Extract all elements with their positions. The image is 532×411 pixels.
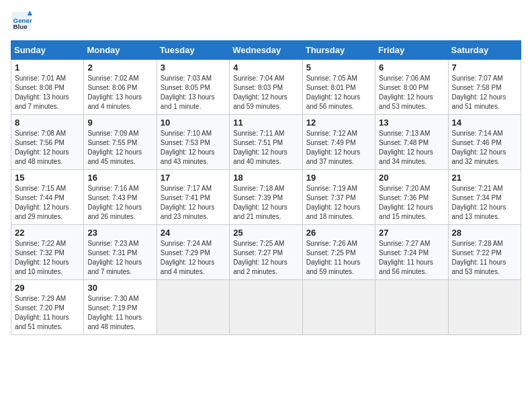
day-info: Sunrise: 7:05 AMSunset: 8:01 PMDaylight:…	[306, 75, 361, 110]
day-info: Sunrise: 7:26 AMSunset: 7:25 PMDaylight:…	[306, 240, 361, 275]
day-info: Sunrise: 7:03 AMSunset: 8:05 PMDaylight:…	[161, 75, 215, 110]
day-info: Sunrise: 7:17 AMSunset: 7:41 PMDaylight:…	[161, 185, 215, 220]
day-number: 21	[452, 173, 517, 183]
day-info: Sunrise: 7:11 AMSunset: 7:51 PMDaylight:…	[233, 130, 287, 165]
day-number: 13	[379, 118, 444, 128]
calendar-cell: 7 Sunrise: 7:07 AMSunset: 7:58 PMDayligh…	[448, 60, 521, 115]
day-info: Sunrise: 7:07 AMSunset: 7:58 PMDaylight:…	[452, 75, 506, 110]
calendar-cell: 23 Sunrise: 7:23 AMSunset: 7:31 PMDaylig…	[84, 225, 157, 280]
week-row-3: 15 Sunrise: 7:15 AMSunset: 7:44 PMDaylig…	[11, 170, 521, 225]
calendar-cell: 30 Sunrise: 7:30 AMSunset: 7:19 PMDaylig…	[84, 280, 157, 335]
calendar-cell: 8 Sunrise: 7:08 AMSunset: 7:56 PMDayligh…	[11, 115, 84, 170]
day-number: 14	[452, 118, 517, 128]
calendar-cell	[157, 280, 229, 335]
calendar-cell: 3 Sunrise: 7:03 AMSunset: 8:05 PMDayligh…	[157, 60, 229, 115]
day-number: 29	[15, 283, 80, 293]
day-info: Sunrise: 7:25 AMSunset: 7:27 PMDaylight:…	[233, 240, 287, 275]
day-number: 25	[233, 228, 298, 238]
calendar-cell: 21 Sunrise: 7:21 AMSunset: 7:34 PMDaylig…	[448, 170, 521, 225]
day-number: 15	[15, 173, 80, 183]
day-info: Sunrise: 7:01 AMSunset: 8:08 PMDaylight:…	[15, 75, 69, 110]
calendar-cell: 22 Sunrise: 7:22 AMSunset: 7:32 PMDaylig…	[11, 225, 84, 280]
day-number: 24	[161, 228, 226, 238]
calendar-cell: 12 Sunrise: 7:12 AMSunset: 7:49 PMDaylig…	[302, 115, 375, 170]
calendar-cell: 1 Sunrise: 7:01 AMSunset: 8:08 PMDayligh…	[11, 60, 84, 115]
day-info: Sunrise: 7:28 AMSunset: 7:22 PMDaylight:…	[452, 240, 506, 275]
calendar-cell	[448, 280, 521, 335]
day-number: 4	[233, 62, 298, 73]
week-row-5: 29 Sunrise: 7:29 AMSunset: 7:20 PMDaylig…	[11, 280, 521, 335]
day-number: 2	[87, 62, 152, 73]
day-info: Sunrise: 7:13 AMSunset: 7:48 PMDaylight:…	[379, 130, 433, 165]
calendar-cell: 25 Sunrise: 7:25 AMSunset: 7:27 PMDaylig…	[230, 225, 302, 280]
day-info: Sunrise: 7:22 AMSunset: 7:32 PMDaylight:…	[15, 240, 69, 275]
col-header-friday: Friday	[375, 41, 448, 60]
day-number: 12	[306, 118, 371, 128]
col-header-wednesday: Wednesday	[230, 41, 302, 60]
day-number: 6	[379, 62, 444, 73]
day-info: Sunrise: 7:15 AMSunset: 7:44 PMDaylight:…	[15, 185, 69, 220]
day-info: Sunrise: 7:20 AMSunset: 7:36 PMDaylight:…	[379, 185, 433, 220]
day-info: Sunrise: 7:06 AMSunset: 8:00 PMDaylight:…	[379, 75, 433, 110]
day-info: Sunrise: 7:08 AMSunset: 7:56 PMDaylight:…	[15, 130, 69, 165]
col-header-monday: Monday	[84, 41, 157, 60]
day-number: 16	[87, 173, 152, 183]
logo: General Blue	[11, 11, 35, 32]
day-number: 26	[306, 228, 371, 238]
day-number: 1	[15, 62, 80, 73]
calendar-cell	[375, 280, 448, 335]
calendar-cell: 29 Sunrise: 7:29 AMSunset: 7:20 PMDaylig…	[11, 280, 84, 335]
calendar-cell: 14 Sunrise: 7:14 AMSunset: 7:46 PMDaylig…	[448, 115, 521, 170]
calendar-cell: 6 Sunrise: 7:06 AMSunset: 8:00 PMDayligh…	[375, 60, 448, 115]
day-number: 9	[87, 118, 152, 128]
day-number: 30	[87, 283, 152, 293]
day-info: Sunrise: 7:14 AMSunset: 7:46 PMDaylight:…	[452, 130, 506, 165]
calendar-cell: 26 Sunrise: 7:26 AMSunset: 7:25 PMDaylig…	[302, 225, 375, 280]
day-number: 22	[15, 228, 80, 238]
day-number: 5	[306, 62, 371, 73]
page-header: General Blue	[11, 11, 521, 32]
calendar-cell: 9 Sunrise: 7:09 AMSunset: 7:55 PMDayligh…	[84, 115, 157, 170]
calendar-cell: 28 Sunrise: 7:28 AMSunset: 7:22 PMDaylig…	[448, 225, 521, 280]
week-row-2: 8 Sunrise: 7:08 AMSunset: 7:56 PMDayligh…	[11, 115, 521, 170]
day-number: 19	[306, 173, 371, 183]
calendar-cell: 16 Sunrise: 7:16 AMSunset: 7:43 PMDaylig…	[84, 170, 157, 225]
day-info: Sunrise: 7:10 AMSunset: 7:53 PMDaylight:…	[161, 130, 215, 165]
day-info: Sunrise: 7:12 AMSunset: 7:49 PMDaylight:…	[306, 130, 361, 165]
day-info: Sunrise: 7:04 AMSunset: 8:03 PMDaylight:…	[233, 75, 287, 110]
day-info: Sunrise: 7:19 AMSunset: 7:37 PMDaylight:…	[306, 185, 361, 220]
calendar-cell: 10 Sunrise: 7:10 AMSunset: 7:53 PMDaylig…	[157, 115, 229, 170]
svg-text:Blue: Blue	[13, 23, 28, 30]
calendar-cell: 20 Sunrise: 7:20 AMSunset: 7:36 PMDaylig…	[375, 170, 448, 225]
day-number: 11	[233, 118, 298, 128]
col-header-thursday: Thursday	[302, 41, 375, 60]
day-number: 20	[379, 173, 444, 183]
day-number: 18	[233, 173, 298, 183]
day-number: 27	[379, 228, 444, 238]
day-number: 10	[161, 118, 226, 128]
day-info: Sunrise: 7:24 AMSunset: 7:29 PMDaylight:…	[161, 240, 215, 275]
day-info: Sunrise: 7:29 AMSunset: 7:20 PMDaylight:…	[15, 295, 69, 330]
calendar-cell: 24 Sunrise: 7:24 AMSunset: 7:29 PMDaylig…	[157, 225, 229, 280]
logo-icon: General Blue	[11, 11, 32, 32]
day-number: 23	[87, 228, 152, 238]
day-info: Sunrise: 7:30 AMSunset: 7:19 PMDaylight:…	[87, 295, 142, 330]
calendar-cell: 15 Sunrise: 7:15 AMSunset: 7:44 PMDaylig…	[11, 170, 84, 225]
header-row: SundayMondayTuesdayWednesdayThursdayFrid…	[11, 41, 521, 60]
day-info: Sunrise: 7:27 AMSunset: 7:24 PMDaylight:…	[379, 240, 433, 275]
calendar-cell: 18 Sunrise: 7:18 AMSunset: 7:39 PMDaylig…	[230, 170, 302, 225]
calendar-cell: 19 Sunrise: 7:19 AMSunset: 7:37 PMDaylig…	[302, 170, 375, 225]
col-header-sunday: Sunday	[11, 41, 84, 60]
calendar-cell: 27 Sunrise: 7:27 AMSunset: 7:24 PMDaylig…	[375, 225, 448, 280]
day-info: Sunrise: 7:09 AMSunset: 7:55 PMDaylight:…	[87, 130, 142, 165]
week-row-4: 22 Sunrise: 7:22 AMSunset: 7:32 PMDaylig…	[11, 225, 521, 280]
calendar-cell: 5 Sunrise: 7:05 AMSunset: 8:01 PMDayligh…	[302, 60, 375, 115]
day-info: Sunrise: 7:16 AMSunset: 7:43 PMDaylight:…	[87, 185, 142, 220]
calendar-cell: 11 Sunrise: 7:11 AMSunset: 7:51 PMDaylig…	[230, 115, 302, 170]
day-info: Sunrise: 7:18 AMSunset: 7:39 PMDaylight:…	[233, 185, 287, 220]
day-number: 7	[452, 62, 517, 73]
calendar-cell: 4 Sunrise: 7:04 AMSunset: 8:03 PMDayligh…	[230, 60, 302, 115]
week-row-1: 1 Sunrise: 7:01 AMSunset: 8:08 PMDayligh…	[11, 60, 521, 115]
day-number: 17	[161, 173, 226, 183]
calendar-cell	[230, 280, 302, 335]
